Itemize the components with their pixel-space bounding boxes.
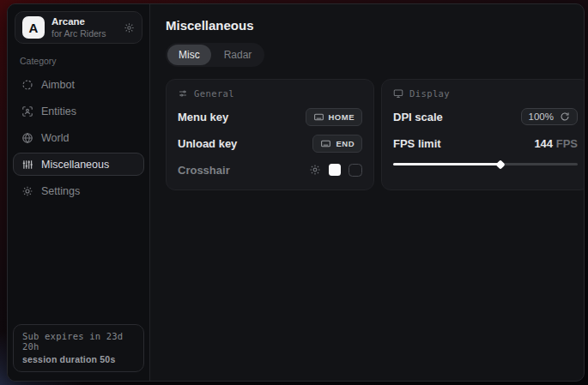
keyboard-icon [313, 111, 324, 123]
fps-limit-value: 144 FPS [534, 137, 578, 150]
sidebar-item-label: Aimbot [41, 79, 75, 91]
fps-limit-slider[interactable] [393, 159, 578, 168]
slider-fill [393, 163, 500, 165]
cycle-refresh-icon [560, 111, 570, 122]
general-card: General Menu key HOME Unload key [166, 79, 374, 190]
sidebar-item-settings[interactable]: Settings [13, 179, 144, 202]
sliders-grid-icon [21, 159, 33, 171]
menu-key-label: Menu key [178, 111, 228, 123]
dpi-scale-selector[interactable]: 100% [521, 108, 578, 125]
crosshair-checkbox[interactable] [349, 164, 362, 177]
app-window: A Arcane for Arc Riders Category Aimbot [7, 3, 585, 382]
tab-radar[interactable]: Radar [213, 45, 264, 65]
main-panel: Miscellaneous Misc Radar General Menu ke… [150, 4, 585, 381]
slider-thumb[interactable] [495, 159, 505, 169]
fps-limit-row: FPS limit 144 FPS [393, 135, 578, 152]
sub-expiry-text: Sub expires in 23d 20h [22, 331, 135, 352]
display-card: Display DPI scale 100% FPS limit 144 [381, 79, 585, 190]
unload-key-row: Unload key END [178, 135, 362, 152]
crosshair-icon [21, 79, 33, 91]
subscription-status-card: Sub expires in 23d 20h session duration … [13, 324, 144, 372]
sidebar: A Arcane for Arc Riders Category Aimbot [8, 4, 150, 381]
session-duration-text: session duration 50s [22, 354, 135, 364]
entities-scan-icon [21, 105, 33, 117]
sidebar-item-world[interactable]: World [13, 126, 144, 149]
menu-key-bind-button[interactable]: HOME [306, 108, 363, 126]
sidebar-item-label: Entities [41, 105, 76, 117]
category-label: Category [20, 56, 137, 66]
sidebar-item-label: Settings [41, 185, 80, 197]
app-subtitle: for Arc Riders [52, 28, 117, 39]
sliders-icon [178, 88, 188, 99]
crosshair-row: Crosshair [178, 161, 362, 178]
crosshair-label: Crosshair [178, 164, 230, 177]
menu-key-value: HOME [329, 112, 355, 122]
menu-key-row: Menu key HOME [178, 108, 362, 125]
tab-misc[interactable]: Misc [167, 45, 211, 65]
card-title: General [194, 88, 234, 99]
globe-icon [21, 132, 33, 144]
display-card-header: Display [393, 88, 578, 99]
gear-icon [21, 185, 33, 197]
app-logo-card: A Arcane for Arc Riders [15, 11, 142, 44]
unload-key-value: END [336, 139, 355, 148]
tab-bar: Misc Radar [166, 43, 264, 67]
app-identity: Arcane for Arc Riders [52, 16, 117, 38]
fps-limit-label: FPS limit [393, 137, 441, 150]
monitor-icon [393, 88, 403, 99]
app-logo: A [22, 16, 45, 39]
general-card-header: General [178, 88, 362, 99]
sidebar-item-label: World [41, 132, 69, 144]
sidebar-item-label: Miscellaneous [41, 159, 109, 171]
sidebar-nav: Aimbot Entities World Miscellaneous [13, 73, 144, 202]
dpi-scale-row: DPI scale 100% [393, 108, 578, 125]
dpi-scale-label: DPI scale [393, 111, 443, 123]
sidebar-item-entities[interactable]: Entities [13, 99, 144, 123]
sidebar-item-miscellaneous[interactable]: Miscellaneous [13, 153, 144, 176]
keyboard-icon [320, 138, 331, 149]
app-name: Arcane [52, 16, 117, 27]
sidebar-item-aimbot[interactable]: Aimbot [13, 73, 144, 96]
fps-unit: FPS [556, 137, 578, 150]
crosshair-settings-gear-icon[interactable] [309, 164, 321, 176]
dpi-scale-value: 100% [529, 111, 554, 122]
unload-key-label: Unload key [178, 137, 237, 150]
card-title: Display [409, 88, 450, 99]
gear-icon[interactable] [124, 22, 135, 33]
crosshair-color-swatch[interactable] [329, 164, 341, 176]
page-title: Miscellaneous [166, 18, 585, 33]
unload-key-bind-button[interactable]: END [312, 135, 362, 153]
